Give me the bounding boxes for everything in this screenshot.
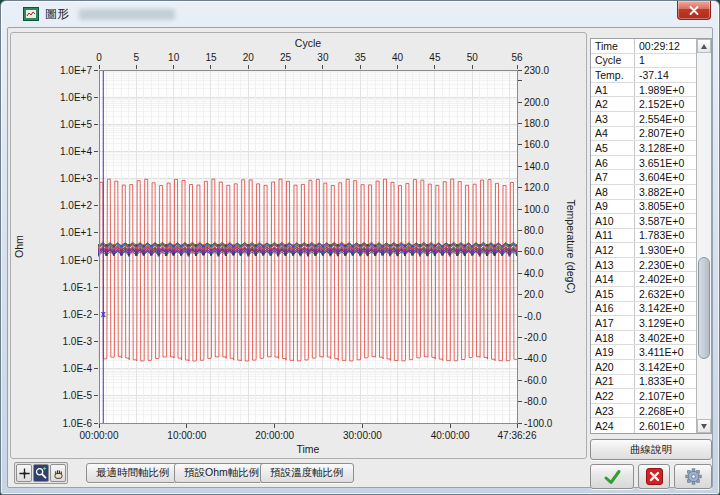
abort-icon [646, 468, 663, 485]
row-value: 2.230E+0 [635, 259, 696, 271]
svg-text:0: 0 [96, 52, 102, 63]
table-row: A22.152E+0 [591, 97, 696, 112]
row-value: 1.989E+0 [635, 84, 696, 96]
svg-text:1.0E+5: 1.0E+5 [60, 119, 92, 130]
scroll-up-button[interactable] [697, 39, 711, 53]
row-value: 2.107E+0 [635, 390, 696, 402]
row-label: A10 [591, 214, 635, 228]
svg-text:-40.0: -40.0 [524, 353, 547, 364]
pan-tool-button[interactable] [50, 464, 66, 482]
table-row: A42.807E+0 [591, 127, 696, 142]
row-label: A23 [591, 404, 635, 418]
row-value: 2.554E+0 [635, 113, 696, 125]
svg-text:30:00:00: 30:00:00 [343, 430, 382, 441]
close-button[interactable] [677, 1, 711, 20]
table-row: A132.230E+0 [591, 258, 696, 273]
arrow-up-icon [701, 44, 707, 49]
svg-text:Time: Time [297, 443, 320, 455]
titlebar[interactable]: 圖形 [1, 1, 719, 27]
vi-icon [23, 7, 39, 21]
scroll-down-button[interactable] [697, 419, 711, 433]
row-label: Time [591, 39, 635, 53]
svg-text:35: 35 [355, 52, 367, 63]
row-label: Temp. [591, 68, 635, 82]
svg-text:-100.0: -100.0 [524, 418, 553, 429]
svg-text:120.0: 120.0 [524, 182, 549, 193]
table-row: Cycle1 [591, 54, 696, 69]
row-label: A13 [591, 258, 635, 272]
row-value: 3.128E+0 [635, 142, 696, 154]
svg-text:1.0E-4: 1.0E-4 [63, 363, 93, 374]
graph-canvas[interactable]: x0510152025303540455056Cycle1.0E+71.0E+6… [11, 33, 586, 458]
default-temp-axis-button[interactable]: 預設溫度軸比例 [260, 463, 354, 483]
zoom-tool-button[interactable] [33, 464, 49, 482]
svg-text:10:00:00: 10:00:00 [167, 430, 206, 441]
svg-text:25: 25 [280, 52, 292, 63]
app-window: 圖形 x0510152025303540455056Cycle1.0E+71.0… [0, 0, 720, 495]
table-row: A93.805E+0 [591, 200, 696, 215]
svg-text:200.0: 200.0 [524, 97, 549, 108]
row-label: A14 [591, 272, 635, 286]
table-row: A63.651E+0 [591, 156, 696, 171]
table-row: A203.142E+0 [591, 360, 696, 375]
table-row: A103.587E+0 [591, 214, 696, 229]
row-value: 3.587E+0 [635, 215, 696, 227]
scrollbar-thumb[interactable] [698, 257, 710, 359]
svg-text:56: 56 [511, 52, 523, 63]
svg-text:Cycle: Cycle [295, 37, 321, 49]
svg-text:100.0: 100.0 [524, 204, 549, 215]
svg-text:1.0E+4: 1.0E+4 [60, 146, 92, 157]
row-value: 3.805E+0 [635, 200, 696, 212]
confirm-button[interactable] [590, 464, 634, 489]
settings-button[interactable] [674, 464, 712, 489]
table-row: A32.554E+0 [591, 112, 696, 127]
check-icon [603, 469, 622, 485]
table-row: A173.129E+0 [591, 316, 696, 331]
fit-time-axis-button[interactable]: 最適時間軸比例 [86, 463, 180, 483]
row-value: 2.268E+0 [635, 405, 696, 417]
svg-text:x: x [101, 309, 106, 319]
table-row: A11.989E+0 [591, 83, 696, 98]
svg-text:1.0E+1: 1.0E+1 [60, 227, 92, 238]
row-label: A6 [591, 156, 635, 170]
graph-tool-palette [14, 462, 68, 484]
row-value: 1.833E+0 [635, 375, 696, 387]
svg-text:15: 15 [205, 52, 217, 63]
svg-text:1.0E+6: 1.0E+6 [60, 92, 92, 103]
table-row: A142.402E+0 [591, 272, 696, 287]
svg-text:60.0: 60.0 [524, 246, 544, 257]
row-label: A15 [591, 287, 635, 301]
row-value: 3.142E+0 [635, 302, 696, 314]
window-title: 圖形 [45, 6, 69, 23]
table-scrollbar[interactable] [696, 39, 711, 433]
table-row: A111.783E+0 [591, 229, 696, 244]
default-ohm-axis-button[interactable]: 預設Ohm軸比例 [174, 463, 269, 483]
row-label: A21 [591, 375, 635, 389]
row-value: 3.142E+0 [635, 361, 696, 373]
row-label: A1 [591, 83, 635, 97]
row-value: 2.152E+0 [635, 98, 696, 110]
table-row: A163.142E+0 [591, 302, 696, 317]
row-value: 2.632E+0 [635, 288, 696, 300]
row-value: 1.783E+0 [635, 229, 696, 241]
row-label: A20 [591, 360, 635, 374]
crosshair-tool-button[interactable] [16, 464, 32, 482]
svg-text:5: 5 [134, 52, 140, 63]
svg-text:180.0: 180.0 [524, 118, 549, 129]
table-row: Time00:29:12 [591, 39, 696, 54]
row-label: A24 [591, 418, 635, 433]
svg-text:50: 50 [467, 52, 479, 63]
row-value: 00:29:12 [635, 40, 696, 52]
close-icon [689, 6, 699, 15]
row-value: -37.14 [635, 69, 696, 81]
abort-button[interactable] [638, 464, 670, 489]
svg-text:1.0E+3: 1.0E+3 [60, 173, 92, 184]
crosshair-tool-icon [18, 467, 31, 480]
row-label: Cycle [591, 54, 635, 68]
gear-icon [685, 468, 702, 485]
content-panel: x0510152025303540455056Cycle1.0E+71.0E+6… [7, 27, 713, 488]
svg-text:-0.0: -0.0 [524, 311, 542, 322]
zoom-tool-icon [34, 466, 48, 480]
curve-legend-button[interactable]: 曲線說明 [590, 439, 712, 460]
table-row: A222.107E+0 [591, 389, 696, 404]
